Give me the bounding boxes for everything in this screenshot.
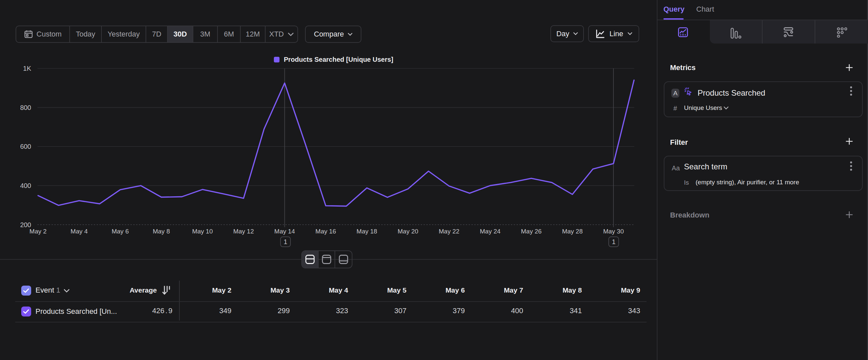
- svg-text:May 26: May 26: [521, 228, 541, 235]
- svg-text:May 4: May 4: [71, 228, 88, 235]
- svg-text:600: 600: [20, 143, 31, 150]
- svg-text:1K: 1K: [23, 65, 31, 72]
- svg-text:May 30: May 30: [603, 228, 624, 235]
- svg-text:May 10: May 10: [192, 228, 213, 235]
- svg-text:May 24: May 24: [480, 228, 501, 235]
- svg-text:May 6: May 6: [112, 228, 129, 235]
- svg-text:200: 200: [20, 221, 31, 228]
- svg-text:May 14: May 14: [274, 228, 295, 235]
- svg-text:May 12: May 12: [233, 228, 254, 235]
- svg-text:May 28: May 28: [562, 228, 583, 235]
- svg-text:400: 400: [20, 182, 31, 189]
- svg-text:May 18: May 18: [356, 228, 377, 235]
- svg-text:May 2: May 2: [30, 228, 47, 235]
- svg-text:800: 800: [20, 104, 31, 111]
- svg-text:May 22: May 22: [439, 228, 459, 235]
- svg-text:May 8: May 8: [153, 228, 170, 235]
- svg-text:May 20: May 20: [398, 228, 418, 235]
- svg-text:May 16: May 16: [315, 228, 336, 235]
